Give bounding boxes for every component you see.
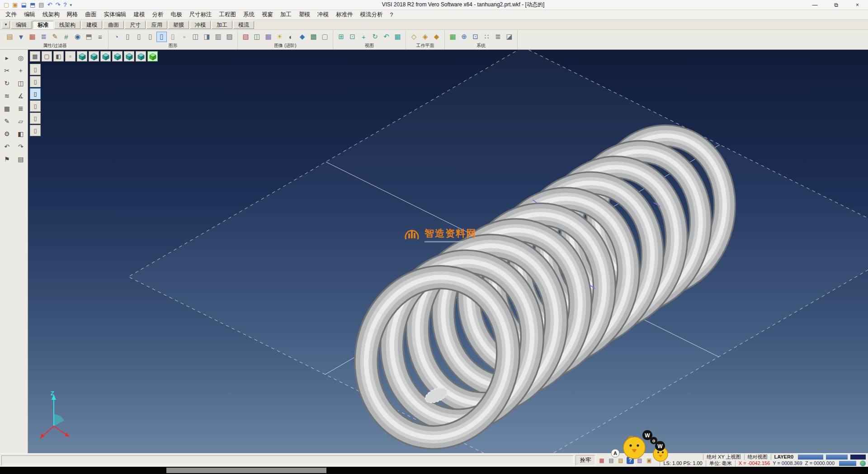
shaded-mode-icon[interactable]: ◔: [111, 32, 122, 42]
perspective-icon[interactable]: ◪: [504, 32, 514, 42]
view-manager-icon[interactable]: ▦: [392, 32, 403, 42]
layer-field[interactable]: LAYER0: [771, 454, 797, 460]
globe-icon[interactable]: [860, 460, 866, 466]
gear-icon[interactable]: ⚙: [1, 128, 12, 139]
menu-item-10[interactable]: 工程图: [216, 10, 240, 19]
hidden-line-icon[interactable]: ▯: [134, 32, 144, 42]
menu-item-1[interactable]: 编辑: [20, 10, 39, 19]
layers-icon[interactable]: ≣: [15, 103, 26, 114]
halftone-display-icon[interactable]: ◧: [53, 51, 64, 62]
view-cube-icon-5[interactable]: [136, 51, 146, 62]
snapshot-icon[interactable]: ▢: [320, 32, 330, 42]
mirror-icon[interactable]: ◫: [15, 78, 26, 89]
shaded-display-icon[interactable]: ▩: [30, 51, 40, 62]
view-mode-field[interactable]: 绝对 XY 上视图: [703, 454, 744, 460]
undo-icon[interactable]: ↶: [47, 2, 52, 8]
selection-filter-icon[interactable]: #: [61, 32, 71, 42]
quick-access-dropdown-icon[interactable]: ▾: [70, 3, 72, 7]
menu-item-13[interactable]: 加工: [277, 10, 295, 19]
hiddenline-display-icon[interactable]: ▫: [65, 51, 75, 62]
lock-filter-icon[interactable]: ⬒: [84, 32, 94, 42]
tab-8[interactable]: 冲模: [190, 21, 211, 29]
draft-analysis-icon[interactable]: ◨: [202, 32, 212, 42]
menu-item-6[interactable]: 建模: [130, 10, 149, 19]
view-cube-icon-0[interactable]: [77, 51, 87, 62]
trim-icon[interactable]: ✂: [1, 65, 12, 76]
save-icon[interactable]: ⬓: [21, 2, 27, 8]
menu-item-7[interactable]: 分析: [149, 10, 167, 19]
menu-item-12[interactable]: 视窗: [258, 10, 277, 19]
shaded-cylinder-icon[interactable]: ▯: [145, 32, 156, 42]
section-view-icon[interactable]: ◫: [190, 32, 201, 42]
menu-item-18[interactable]: ?: [387, 11, 397, 19]
tab-0[interactable]: 编辑: [11, 21, 32, 29]
zoom-icon[interactable]: ◎: [15, 52, 26, 63]
wireframe-display-icon[interactable]: ▢: [42, 51, 52, 62]
menu-item-8[interactable]: 电极: [167, 10, 186, 19]
menu-item-3[interactable]: 网格: [63, 10, 82, 19]
offset-icon[interactable]: ≋: [1, 90, 12, 101]
erase-icon[interactable]: ▱: [15, 116, 26, 127]
filter-icon[interactable]: ▼: [16, 32, 26, 42]
color-filter-icon[interactable]: ▦: [27, 32, 38, 42]
view-cube-icon-1[interactable]: [89, 51, 99, 62]
view-cube-icon-4[interactable]: [124, 51, 134, 62]
menu-item-15[interactable]: 冲模: [314, 10, 332, 19]
lock-toggle-button[interactable]: 拴牢: [576, 455, 595, 465]
tab-1[interactable]: 标准: [33, 21, 53, 29]
dynamic-hide-icon[interactable]: ▫: [179, 32, 189, 42]
snap-settings-icon[interactable]: ∷: [481, 32, 492, 42]
environment-icon[interactable]: ▩: [308, 32, 319, 42]
tab-3[interactable]: 建模: [81, 21, 102, 29]
tab-4[interactable]: 曲面: [103, 21, 124, 29]
open-file-icon[interactable]: ▣: [12, 2, 18, 8]
menu-item-16[interactable]: 标准件: [332, 10, 357, 19]
zoom-fit-icon[interactable]: ⊞: [336, 32, 346, 42]
zoom-window-icon[interactable]: ⊡: [347, 32, 358, 42]
transparent-cylinder-icon[interactable]: ▯: [168, 32, 178, 42]
scene-canvas[interactable]: Z: [28, 50, 868, 453]
globe-settings-icon[interactable]: ⊕: [459, 32, 469, 42]
sketch-icon[interactable]: ✎: [1, 116, 12, 127]
view-cube-icon-2[interactable]: [100, 51, 111, 62]
absolute-view-field[interactable]: 绝对视图: [744, 454, 771, 460]
measure-icon[interactable]: ∡: [15, 90, 26, 101]
rotate-view-icon[interactable]: ↻: [370, 32, 380, 42]
fill-icon[interactable]: ◧: [15, 128, 26, 139]
undo-icon[interactable]: ↶: [1, 141, 12, 152]
menu-item-14[interactable]: 塑模: [295, 10, 314, 19]
display-pill-3[interactable]: ▯: [30, 100, 41, 112]
redo-icon[interactable]: ↷: [15, 141, 26, 152]
wireframe-cylinder-icon[interactable]: ▯: [123, 32, 133, 42]
lighting-icon[interactable]: ☀: [274, 32, 285, 42]
redo-icon[interactable]: ↷: [55, 2, 60, 8]
grid-icon[interactable]: ▦: [1, 103, 12, 114]
workplane-create-icon[interactable]: ◇: [409, 32, 419, 42]
save-all-icon[interactable]: ⬒: [30, 2, 35, 8]
tab-5[interactable]: 尺寸: [125, 21, 146, 29]
options-icon[interactable]: ≡: [95, 32, 105, 42]
workplane-toggle-icon[interactable]: ◆: [431, 32, 442, 42]
shaded-edges-icon[interactable]: ▯: [156, 32, 167, 42]
tab-6[interactable]: 应用: [146, 21, 167, 29]
view-cube-icon-3[interactable]: [112, 51, 123, 62]
notes-icon[interactable]: ▤: [15, 154, 26, 165]
menu-item-2[interactable]: 线架构: [39, 10, 63, 19]
attribute-match-icon[interactable]: ✎: [50, 32, 60, 42]
zebra-stripes-icon[interactable]: ▨: [224, 32, 235, 42]
tab-10[interactable]: 模流: [233, 21, 254, 29]
view-cube-icon-6[interactable]: [147, 51, 158, 62]
close-button[interactable]: ×: [847, 0, 868, 9]
compare-image-icon[interactable]: ◫: [252, 32, 262, 42]
visibility-icon[interactable]: ◉: [72, 32, 83, 42]
color-palette-icon[interactable]: ▦: [448, 32, 458, 42]
display-pill-4[interactable]: ▯: [30, 113, 41, 124]
curvature-map-icon[interactable]: ▥: [213, 32, 223, 42]
pan-icon[interactable]: +: [359, 32, 369, 42]
menu-item-4[interactable]: 曲面: [82, 10, 100, 19]
previous-view-icon[interactable]: ↶: [381, 32, 392, 42]
texture-icon[interactable]: ▦: [263, 32, 274, 42]
flag-icon[interactable]: ⚑: [1, 154, 12, 165]
tab-7[interactable]: 塑膜: [168, 21, 189, 29]
menu-item-5[interactable]: 实体编辑: [100, 10, 130, 19]
